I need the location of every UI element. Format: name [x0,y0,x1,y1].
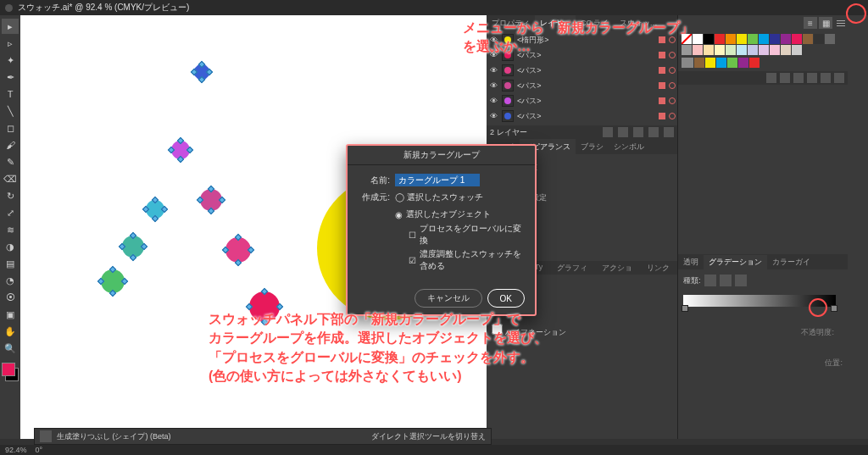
genfill-icon[interactable] [40,430,52,442]
zoom-level[interactable]: 92.4% [5,446,27,454]
gradient-stop-right[interactable] [831,305,837,312]
genfill-label[interactable]: 生成塗りつぶし (シェイプ) (Beta) [57,431,171,442]
delete-swatch-icon[interactable] [834,73,844,83]
tab-symbol[interactable]: シンボル [609,139,649,154]
swatch-item[interactable] [781,45,791,55]
visibility-icon[interactable]: 👁 [488,81,498,90]
fill-color-swatch[interactable] [2,363,15,376]
layer-row[interactable]: 👁 <パス> [488,63,676,78]
none-swatch[interactable] [682,34,692,44]
swatch-libraries-icon[interactable] [766,73,776,83]
direct-select-tool[interactable]: ▹ [2,36,19,51]
swatch-view-grid[interactable]: ▦ [819,17,832,29]
new-color-group-icon[interactable] [807,73,817,83]
layer-name[interactable]: <パス> [517,65,655,76]
visibility-icon[interactable]: 👁 [488,112,498,120]
swatch-item[interactable] [715,45,725,55]
magic-wand-tool[interactable]: ✦ [2,53,19,68]
group-swatch-item[interactable] [694,58,704,68]
tab-transparency[interactable]: 透明 [678,255,704,269]
check-tint[interactable]: ☑ 濃度調整したスウォッチを含める [409,248,523,272]
layer-name[interactable]: <楕円形> [517,35,655,46]
layer-row[interactable]: 👁 <パス> [488,108,676,124]
blend-tool[interactable]: ⦿ [2,290,19,305]
tab-colorguide[interactable]: カラーガイ [767,255,815,269]
tab-layers[interactable]: レイヤー [535,15,576,31]
swatch-item[interactable] [770,34,780,44]
cancel-button[interactable]: キャンセル [415,289,482,308]
width-tool[interactable]: ≋ [2,222,19,237]
layer-row[interactable]: 👁 <パス> [488,78,676,93]
target-icon[interactable] [669,82,676,89]
swatch-item[interactable] [704,45,714,55]
swatch-item[interactable] [748,34,758,44]
layer-name[interactable]: <パス> [517,96,655,107]
eyedropper-tool[interactable]: ◔ [2,273,19,288]
group-swatch-item[interactable] [738,58,748,68]
swatch-item[interactable] [792,34,802,44]
scale-tool[interactable]: ⤢ [2,205,19,220]
swatch-item[interactable] [737,34,747,44]
swatch-item[interactable] [693,45,703,55]
rotation-angle[interactable]: 0° [36,446,43,454]
swatch-item[interactable] [693,34,703,44]
visibility-icon[interactable]: 👁 [488,36,498,44]
swatch-item[interactable] [737,45,747,55]
visibility-icon[interactable]: 👁 [488,51,498,59]
selection-tool[interactable]: ▸ [2,19,19,34]
artboard-tool[interactable]: ▣ [2,307,19,322]
radio-swatches[interactable]: ◯ 選択したスウォッチ [395,191,483,203]
make-clipping-mask-icon[interactable] [618,127,628,137]
group-swatch-item[interactable] [705,58,715,68]
tab-link[interactable]: リンク [647,263,670,275]
ok-button[interactable]: OK [487,289,525,308]
swatch-item[interactable] [759,34,769,44]
swatch-item[interactable] [814,34,824,44]
swatch-options-icon[interactable] [793,73,804,83]
swatch-item[interactable] [792,45,802,55]
tab-brush[interactable]: ブラシ [576,139,609,154]
brush-tool[interactable]: 🖌 [2,137,19,153]
layer-name[interactable]: <パス> [517,111,655,122]
eraser-tool[interactable]: ⌫ [2,171,19,186]
linear-gradient-icon[interactable] [704,275,716,286]
locate-object-icon[interactable] [603,127,613,137]
tab-gradient[interactable]: グラデーション [704,255,767,269]
layer-name[interactable]: <パス> [517,50,655,61]
zoom-tool[interactable]: 🔍 [2,341,19,356]
swatch-item[interactable] [770,45,780,55]
group-swatch-item[interactable] [716,58,726,68]
layer-name[interactable]: <パス> [517,80,655,92]
rectangle-tool[interactable]: ◻ [2,120,19,136]
gradient-tool[interactable]: ▤ [2,256,19,271]
tab-swatch[interactable]: スウォッ… [615,15,663,31]
layer-row[interactable]: 👁 <パス> [488,93,676,108]
layer-row[interactable]: 👁 <パス> [488,47,676,63]
group-swatch-item[interactable] [749,58,760,68]
check-global[interactable]: ☐ プロセスをグローバルに変換 [409,223,523,247]
visibility-icon[interactable]: 👁 [488,66,498,75]
freeform-gradient-icon[interactable] [735,275,747,286]
swatch-item[interactable] [726,45,736,55]
color-group-folder-icon[interactable] [682,58,693,68]
swatch-item[interactable] [726,34,736,44]
target-icon[interactable] [669,113,676,119]
shape-builder-tool[interactable]: ◑ [2,239,19,254]
tab-action[interactable]: アクショ [602,263,632,275]
swatch-item[interactable] [748,45,758,55]
swatch-menu-icon[interactable] [834,17,848,29]
new-layer-icon[interactable] [648,127,659,137]
tab-graphic[interactable]: グラフィ [557,263,587,275]
file-tab[interactable]: スウォッチ.ai* @ 92.4 % (CMYK/プレビュー) [18,2,189,14]
delete-layer-icon[interactable] [664,127,674,137]
group-swatch-item[interactable] [727,58,737,68]
line-tool[interactable]: ╲ [2,103,19,119]
pen-tool[interactable]: ✒ [2,69,19,85]
visibility-icon[interactable]: 👁 [488,97,498,105]
traffic-close[interactable] [5,4,13,12]
pencil-tool[interactable]: ✎ [2,154,19,169]
target-icon[interactable] [669,97,676,104]
new-swatch-icon[interactable] [821,73,831,83]
tab-cclib[interactable]: CC ライ [576,15,615,31]
swatch-item[interactable] [781,34,791,44]
